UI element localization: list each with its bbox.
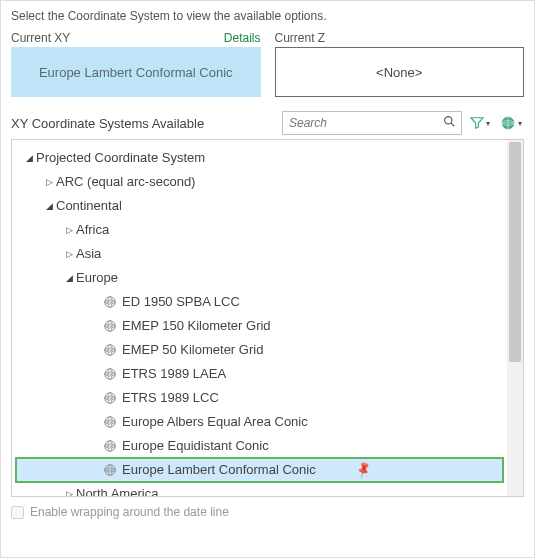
globe-add-button[interactable]: ▾ xyxy=(498,112,524,134)
tree-node-arc[interactable]: ARC (equal arc-second) xyxy=(16,170,505,194)
chevron-down-icon: ▾ xyxy=(486,119,490,128)
tree-leaf-label: Europe Lambert Conformal Conic xyxy=(122,461,316,479)
tree-label: Continental xyxy=(56,197,122,215)
tree-leaf-label: EMEP 50 Kilometer Grid xyxy=(122,341,263,359)
wrap-label: Enable wrapping around the date line xyxy=(30,505,229,519)
tree-node-africa[interactable]: Africa xyxy=(16,218,505,242)
tree-label: Asia xyxy=(76,245,101,263)
globe-icon xyxy=(102,342,118,358)
expand-icon[interactable] xyxy=(42,198,56,213)
current-xy-value: Europe Lambert Conformal Conic xyxy=(39,65,233,80)
globe-icon xyxy=(102,294,118,310)
globe-icon xyxy=(102,366,118,382)
chevron-down-icon: ▾ xyxy=(518,119,522,128)
search-input[interactable] xyxy=(282,111,462,135)
tree-leaf-label: ED 1950 SPBA LCC xyxy=(122,293,240,311)
current-xy-box[interactable]: Europe Lambert Conformal Conic xyxy=(11,47,261,97)
tree-label: Africa xyxy=(76,221,109,239)
tree-leaf[interactable]: EMEP 150 Kilometer Grid xyxy=(16,314,505,338)
current-z-value: <None> xyxy=(376,65,422,80)
expand-icon[interactable] xyxy=(62,246,76,261)
tree-label: North America xyxy=(76,485,158,497)
tree-node-projected[interactable]: Projected Coordinate System xyxy=(16,146,505,170)
instruction-text: Select the Coordinate System to view the… xyxy=(11,9,524,23)
scrollbar-track[interactable] xyxy=(507,140,523,496)
tree-leaf[interactable]: ED 1950 SPBA LCC xyxy=(16,290,505,314)
scrollbar-thumb[interactable] xyxy=(509,142,521,362)
current-xy-label: Current XY xyxy=(11,31,70,45)
tree-node-continental[interactable]: Continental xyxy=(16,194,505,218)
tree-leaf[interactable]: EMEP 50 Kilometer Grid xyxy=(16,338,505,362)
globe-icon xyxy=(102,462,118,478)
tree-leaf[interactable]: ETRS 1989 LAEA xyxy=(16,362,505,386)
tree-leaf-label: Europe Equidistant Conic xyxy=(122,437,269,455)
expand-icon[interactable] xyxy=(62,486,76,497)
tree-leaf-label: ETRS 1989 LCC xyxy=(122,389,219,407)
current-z-box[interactable]: <None> xyxy=(275,47,525,97)
tree-leaf[interactable]: Europe Equidistant Conic xyxy=(16,434,505,458)
expand-icon[interactable] xyxy=(42,174,56,189)
globe-icon xyxy=(102,390,118,406)
tree-label: Europe xyxy=(76,269,118,287)
wrap-checkbox xyxy=(11,506,24,519)
expand-icon[interactable] xyxy=(22,150,36,165)
tree-node-europe[interactable]: Europe xyxy=(16,266,505,290)
globe-icon xyxy=(102,438,118,454)
pin-icon[interactable]: 📌 xyxy=(352,459,373,481)
tree-leaf-label: Europe Albers Equal Area Conic xyxy=(122,413,308,431)
filter-button[interactable]: ▾ xyxy=(468,113,492,133)
tree-leaf-label: EMEP 150 Kilometer Grid xyxy=(122,317,271,335)
globe-icon xyxy=(102,414,118,430)
tree-leaf[interactable]: Europe Albers Equal Area Conic xyxy=(16,410,505,434)
details-link[interactable]: Details xyxy=(224,31,261,45)
available-label: XY Coordinate Systems Available xyxy=(11,116,276,131)
expand-icon[interactable] xyxy=(62,270,76,285)
tree-label: ARC (equal arc-second) xyxy=(56,173,195,191)
tree-label: Projected Coordinate System xyxy=(36,149,205,167)
tree-leaf[interactable]: ETRS 1989 LCC xyxy=(16,386,505,410)
tree-node-asia[interactable]: Asia xyxy=(16,242,505,266)
current-z-section: Current Z <None> xyxy=(275,31,525,97)
current-xy-section: Current XY Details Europe Lambert Confor… xyxy=(11,31,261,97)
tree-node-north-america[interactable]: North America xyxy=(16,482,505,497)
expand-icon[interactable] xyxy=(62,222,76,237)
tree-leaf[interactable]: Europe Lambert Conformal Conic📌 xyxy=(16,458,503,482)
globe-icon xyxy=(102,318,118,334)
tree-leaf-label: ETRS 1989 LAEA xyxy=(122,365,226,383)
current-z-label: Current Z xyxy=(275,31,326,45)
tree-panel: Projected Coordinate System ARC (equal a… xyxy=(11,139,524,497)
coordinate-system-tree: Projected Coordinate System ARC (equal a… xyxy=(12,140,523,497)
